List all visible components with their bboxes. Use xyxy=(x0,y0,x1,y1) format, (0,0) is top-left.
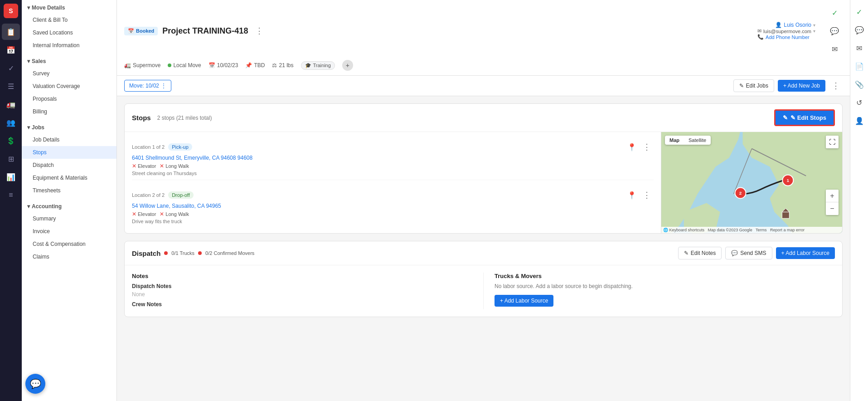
move-date-button[interactable]: Move: 10/02 ⋮ xyxy=(124,80,171,92)
meta-tip: 📌 TBD xyxy=(245,62,265,68)
stop-1-note: Street cleaning on Thursdays xyxy=(132,171,654,176)
stops-card: Stops 2 stops (21 miles total) ✎ ✎ Edit … xyxy=(124,103,843,234)
sidebar-item-billing[interactable]: Billing xyxy=(22,105,116,118)
page-header: 📅 Booked Project TRAINING-418 ⋮ 👤 Luis O… xyxy=(117,0,850,76)
sidebar-item-invoice[interactable]: Invoice xyxy=(22,225,116,238)
right-doc-icon[interactable]: 📄 xyxy=(851,58,868,74)
map-tab-satellite[interactable]: Satellite xyxy=(684,136,711,145)
svg-text:1: 1 xyxy=(787,178,790,183)
map-tabs: Map Satellite xyxy=(665,136,711,145)
right-bar: ✓ 💬 ✉ 📄 📎 ↺ 👤 xyxy=(850,0,868,401)
map-expand-button[interactable]: ⛶ xyxy=(826,136,839,148)
dispatch-body: Notes Dispatch Notes None Crew Notes Tru… xyxy=(125,265,842,317)
dispatch-notes-value: None xyxy=(132,291,472,298)
edit-notes-button[interactable]: ✎ Edit Notes xyxy=(678,247,722,259)
meta-company: 🚛 Supermove xyxy=(124,62,160,68)
stop-2-tag-longwalk: ✕ Long Walk xyxy=(160,211,189,217)
nav-icon-dashboard[interactable]: 📋 xyxy=(2,24,20,40)
pencil-icon: ✎ xyxy=(739,83,744,89)
project-more-menu[interactable]: ⋮ xyxy=(252,25,266,37)
check-icon-right[interactable]: ✓ xyxy=(826,5,843,21)
add-labor-source-inline-button[interactable]: + Add Labor Source xyxy=(495,295,553,307)
sidebar-item-client-bill-to[interactable]: Client & Bill To xyxy=(22,14,116,26)
chat-fab-button[interactable]: 💬 xyxy=(25,374,45,394)
nav-icon-truck[interactable]: 🚛 xyxy=(2,96,20,112)
map-tab-map[interactable]: Map xyxy=(665,136,684,145)
nav-icon-check[interactable]: ✓ xyxy=(2,60,20,76)
sidebar-item-summary[interactable]: Summary xyxy=(22,212,116,225)
movers-status: 0/2 Confirmed Movers xyxy=(205,250,254,256)
stop-2-address[interactable]: 54 Willow Lane, Sausalito, CA 94965 xyxy=(132,203,654,209)
right-mail-icon[interactable]: ✉ xyxy=(851,40,868,56)
subheader-more-menu[interactable]: ⋮ xyxy=(829,80,843,92)
sidebar-item-internal-info[interactable]: Internal Information xyxy=(22,39,116,52)
map-zoom-in-button[interactable]: + xyxy=(826,190,839,202)
sidebar-group-header-jobs[interactable]: ▾ Jobs xyxy=(22,122,116,133)
stop-1-more-menu[interactable]: ⋮ xyxy=(640,141,654,153)
right-chat-icon[interactable]: 💬 xyxy=(851,22,868,38)
stop-2-more-menu[interactable]: ⋮ xyxy=(640,189,654,201)
sidebar-item-equipment-materials[interactable]: Equipment & Materials xyxy=(22,171,116,184)
no-labor-text: No labor source. Add a labor source to b… xyxy=(495,283,835,289)
sidebar-item-valuation-coverage[interactable]: Valuation Coverage xyxy=(22,80,116,93)
sidebar-item-claims[interactable]: Claims xyxy=(22,250,116,263)
sidebar-group-sales: ▾ Sales Survey Valuation Coverage Propos… xyxy=(22,54,116,120)
sidebar-item-timesheets[interactable]: Timesheets xyxy=(22,184,116,197)
add-labor-source-button[interactable]: + Add Labor Source xyxy=(776,247,835,259)
dispatch-card-header: Dispatch 0/1 Trucks 0/2 Confirmed Movers… xyxy=(125,241,842,265)
app-logo[interactable]: S xyxy=(4,4,18,18)
add-phone-link[interactable]: Add Phone Number xyxy=(766,34,810,40)
sidebar-group-header-sales[interactable]: ▾ Sales xyxy=(22,55,116,67)
add-tag-button[interactable]: + xyxy=(342,60,353,71)
edit-stops-button[interactable]: ✎ ✎ Edit Stops xyxy=(774,109,835,126)
chat-icon-right[interactable]: 💬 xyxy=(826,23,843,39)
send-sms-button[interactable]: 💬 Send SMS xyxy=(725,247,772,259)
edit-jobs-button[interactable]: ✎ Edit Jobs xyxy=(733,79,774,92)
nav-icon-grid[interactable]: ⊞ xyxy=(2,151,20,167)
stops-title: Stops xyxy=(132,114,151,122)
stop-1-label: Location 1 of 2 xyxy=(132,144,165,150)
right-refresh-icon[interactable]: ↺ xyxy=(851,94,868,111)
sidebar-item-job-details[interactable]: Job Details xyxy=(22,133,116,146)
stop-1-tag-elevator: ✕ Elevator xyxy=(132,163,156,169)
content-area: Stops 2 stops (21 miles total) ✎ ✎ Edit … xyxy=(117,96,850,401)
right-check-icon[interactable]: ✓ xyxy=(851,4,868,20)
sidebar-item-proposals[interactable]: Proposals xyxy=(22,93,116,105)
svg-rect-10 xyxy=(782,212,789,218)
subheader: Move: 10/02 ⋮ ✎ Edit Jobs + Add New Job … xyxy=(117,76,850,96)
map-container: 1 2 Map Satellite ⛶ xyxy=(661,132,842,233)
nav-icon-dollar[interactable]: 💲 xyxy=(2,132,20,149)
map-zoom-out-button[interactable]: − xyxy=(826,202,839,215)
right-person-icon[interactable]: 👤 xyxy=(851,112,868,129)
right-clip-icon[interactable]: 📎 xyxy=(851,76,868,93)
main-content: 📅 Booked Project TRAINING-418 ⋮ 👤 Luis O… xyxy=(117,0,850,401)
dispatch-actions: ✎ Edit Notes 💬 Send SMS + Add Labor Sour… xyxy=(678,247,835,259)
sidebar-group-header-accounting[interactable]: ▾ Accounting xyxy=(22,200,116,212)
pencil-icon-notes: ✎ xyxy=(684,250,689,256)
stop-2-badge: Drop-off xyxy=(168,191,194,199)
stop-1-address[interactable]: 6401 Shellmound St, Emeryville, CA 94608… xyxy=(132,155,654,161)
sidebar-item-saved-locations[interactable]: Saved Locations xyxy=(22,26,116,39)
sidebar-item-dispatch[interactable]: Dispatch xyxy=(22,159,116,171)
mail-icon-right[interactable]: ✉ xyxy=(826,41,843,57)
stops-list: Location 1 of 2 Pick-up 📍 ⋮ 6401 Shellmo… xyxy=(125,132,661,233)
sidebar-item-survey[interactable]: Survey xyxy=(22,67,116,80)
user-name[interactable]: Luis Osorio xyxy=(784,22,811,28)
stop-2-map-icon[interactable]: 📍 xyxy=(627,191,636,200)
nav-icon-lines[interactable]: ≡ xyxy=(2,187,20,203)
trucks-status-dot xyxy=(164,251,168,255)
pencil-icon-stops: ✎ xyxy=(783,114,788,121)
dispatch-title: Dispatch xyxy=(132,249,160,257)
nav-icon-chart[interactable]: 📊 xyxy=(2,169,20,185)
nav-icon-people[interactable]: 👥 xyxy=(2,114,20,131)
sidebar-group-header-move-details[interactable]: ▾ Move Details xyxy=(22,2,116,14)
sidebar-item-cost-compensation[interactable]: Cost & Compensation xyxy=(22,238,116,250)
sidebar-item-stops[interactable]: Stops xyxy=(22,146,116,159)
add-new-job-button[interactable]: + Add New Job xyxy=(778,80,825,92)
nav-icon-calendar[interactable]: 📅 xyxy=(2,42,20,58)
stop-1-map-icon[interactable]: 📍 xyxy=(627,143,636,152)
chat-icon-sms: 💬 xyxy=(731,250,738,256)
sidebar: ▾ Move Details Client & Bill To Saved Lo… xyxy=(22,0,117,401)
nav-icon-list[interactable]: ☰ xyxy=(2,78,20,94)
map-zoom-controls: + − xyxy=(826,190,839,215)
